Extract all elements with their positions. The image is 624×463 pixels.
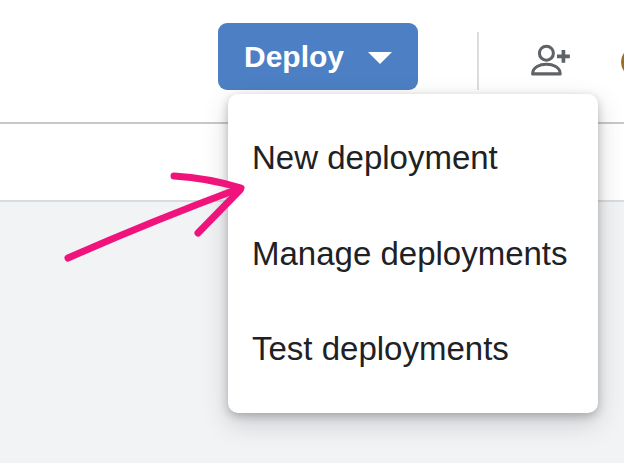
deploy-button-label: Deploy — [244, 40, 344, 74]
deploy-button[interactable]: Deploy — [218, 23, 418, 90]
header-vertical-divider — [477, 32, 479, 90]
person-add-icon — [528, 40, 574, 82]
share-button[interactable] — [522, 32, 580, 90]
menu-item-test-deployments[interactable]: Test deployments — [228, 301, 598, 397]
menu-item-new-deployment[interactable]: New deployment — [228, 110, 598, 206]
deploy-dropdown-menu: New deployment Manage deployments Test d… — [228, 94, 598, 413]
apps-script-editor-screenshot: Deploy New deployment Manage deployments… — [0, 0, 624, 463]
menu-item-manage-deployments[interactable]: Manage deployments — [228, 206, 598, 302]
dropdown-caret-icon — [368, 52, 392, 64]
